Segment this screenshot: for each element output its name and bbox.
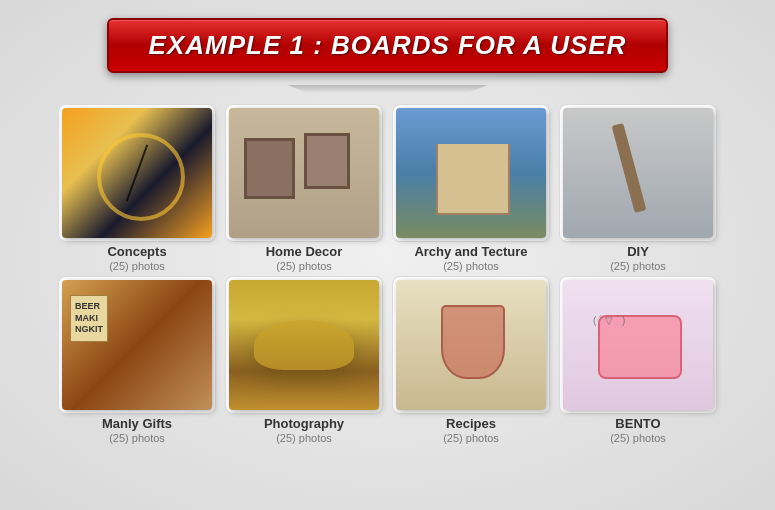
board-thumb-bento xyxy=(563,280,713,410)
board-count-bento: (25) photos xyxy=(610,432,666,444)
header-banner: EXAMPLE 1 : BOARDS FOR A USER xyxy=(0,0,775,83)
board-name-diy: DIY xyxy=(627,244,649,259)
separator-shape xyxy=(288,85,488,93)
board-name-photography: Photography xyxy=(264,416,344,431)
board-thumb-manly-gifts xyxy=(62,280,212,410)
board-thumb-recipes xyxy=(396,280,546,410)
board-count-diy: (25) photos xyxy=(610,260,666,272)
board-item-photography[interactable]: Photography (25) photos xyxy=(227,280,382,444)
board-name-home-decor: Home Decor xyxy=(266,244,343,259)
board-count-photography: (25) photos xyxy=(276,432,332,444)
board-item-bento[interactable]: BENTO (25) photos xyxy=(561,280,716,444)
board-count-recipes: (25) photos xyxy=(443,432,499,444)
board-thumb-archy xyxy=(396,108,546,238)
board-count-manly-gifts: (25) photos xyxy=(109,432,165,444)
board-item-home-decor[interactable]: Home Decor (25) photos xyxy=(227,108,382,272)
board-count-concepts: (25) photos xyxy=(109,260,165,272)
board-thumb-diy xyxy=(563,108,713,238)
board-item-diy[interactable]: DIY (25) photos xyxy=(561,108,716,272)
board-name-concepts: Concepts xyxy=(107,244,166,259)
board-name-manly-gifts: Manly Gifts xyxy=(102,416,172,431)
board-count-archy: (25) photos xyxy=(443,260,499,272)
header-title: EXAMPLE 1 : BOARDS FOR A USER xyxy=(107,18,669,73)
board-name-recipes: Recipes xyxy=(446,416,496,431)
board-thumb-concepts xyxy=(62,108,212,238)
boards-container: Concepts (25) photos Home Decor (25) pho… xyxy=(0,98,775,444)
board-item-concepts[interactable]: Concepts (25) photos xyxy=(60,108,215,272)
board-count-home-decor: (25) photos xyxy=(276,260,332,272)
board-item-manly-gifts[interactable]: Manly Gifts (25) photos xyxy=(60,280,215,444)
board-thumb-home-decor xyxy=(229,108,379,238)
boards-grid: Concepts (25) photos Home Decor (25) pho… xyxy=(60,108,716,444)
board-name-bento: BENTO xyxy=(615,416,660,431)
board-name-archy: Archy and Tecture xyxy=(414,244,527,259)
board-item-archy[interactable]: Archy and Tecture (25) photos xyxy=(394,108,549,272)
board-item-recipes[interactable]: Recipes (25) photos xyxy=(394,280,549,444)
separator xyxy=(0,85,775,93)
board-thumb-photography xyxy=(229,280,379,410)
